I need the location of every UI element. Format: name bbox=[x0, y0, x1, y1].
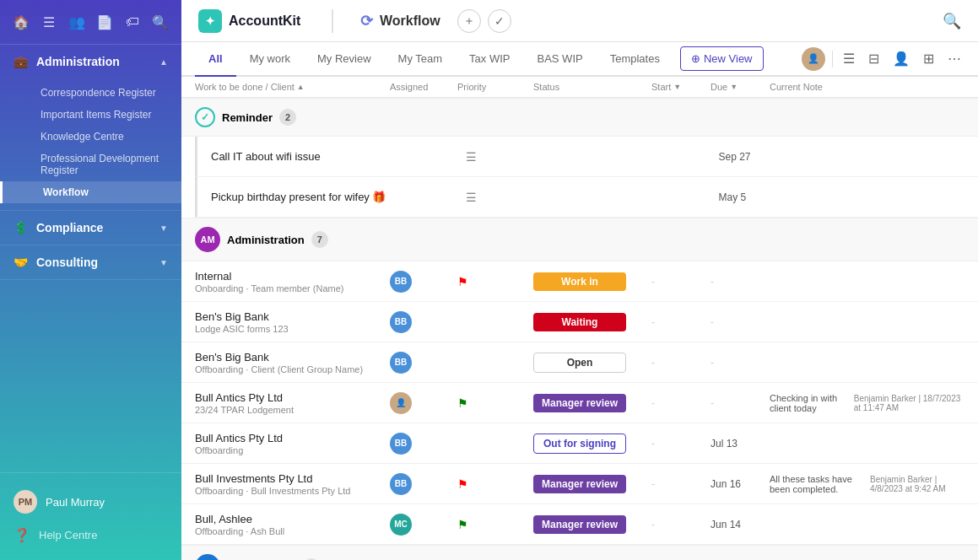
priority-cell: ☰ bbox=[466, 191, 542, 204]
tab-all[interactable]: All bbox=[195, 42, 236, 77]
table-area: Work to be done / Client ▲ Assigned Prio… bbox=[181, 77, 978, 560]
top-header: ✦ AccountKit ⟳ Workflow ＋ ✓ 🔍 bbox=[181, 0, 978, 42]
document-icon[interactable]: 📄 bbox=[93, 10, 116, 34]
help-centre-link[interactable]: ❓ Help Centre bbox=[14, 520, 168, 550]
note-cell: All these tasks have been completed. Ben… bbox=[770, 474, 964, 494]
table-row: Ben's Big Bank Offboarding · Client (Cli… bbox=[181, 342, 978, 383]
work-name: Call IT about wifi issue bbox=[211, 150, 398, 163]
tab-tax-wip[interactable]: Tax WIP bbox=[456, 42, 523, 77]
sidebar-item-workflow[interactable]: Workflow bbox=[0, 181, 181, 203]
people-icon[interactable]: 👥 bbox=[65, 10, 89, 34]
home-icon[interactable]: 🏠 bbox=[9, 10, 33, 34]
search-button[interactable]: 🔍 bbox=[943, 12, 961, 30]
sidebar-section-header-compliance[interactable]: 💲 Compliance ▼ bbox=[0, 211, 181, 245]
tab-my-review[interactable]: My Review bbox=[304, 42, 385, 77]
start-cell: - bbox=[651, 397, 711, 409]
tag-icon[interactable]: 🏷 bbox=[121, 10, 144, 34]
status-badge[interactable]: Out for signing bbox=[533, 433, 626, 454]
handshake-icon: 🤝 bbox=[14, 256, 28, 269]
assignee-avatar: MC bbox=[390, 514, 412, 536]
col-note: Current Note bbox=[770, 82, 964, 92]
list-icon[interactable]: ☰ bbox=[37, 10, 61, 34]
module-title-area: ⟳ Workflow bbox=[343, 12, 440, 30]
status-cell[interactable]: Out for signing bbox=[533, 433, 651, 454]
start-cell: - bbox=[651, 478, 711, 490]
status-badge[interactable]: Manager review bbox=[533, 475, 626, 493]
table-row: Bull Investments Pty Ltd Offboarding · B… bbox=[181, 464, 978, 504]
col-start[interactable]: Start▼ bbox=[651, 82, 711, 92]
start-cell: - bbox=[651, 438, 711, 450]
assignee-cell: BB bbox=[390, 311, 457, 333]
reminder-count: 2 bbox=[279, 109, 296, 126]
tab-my-team[interactable]: My Team bbox=[385, 42, 457, 77]
col-work[interactable]: Work to be done / Client ▲ bbox=[195, 82, 390, 92]
assignee-cell: 👤 bbox=[390, 392, 457, 414]
table-row: Bull Antics Pty Ltd 23/24 TPAR Lodgement… bbox=[181, 383, 978, 423]
check-button[interactable]: ✓ bbox=[488, 9, 511, 33]
status-badge[interactable]: Open bbox=[533, 353, 626, 373]
sidebar-item-professional-dev[interactable]: Professional Development Register bbox=[0, 148, 181, 181]
sidebar-section-consulting: 🤝 Consulting ▼ bbox=[0, 245, 181, 280]
user-avatar: PM bbox=[14, 490, 37, 514]
col-due[interactable]: Due▼ bbox=[711, 82, 770, 92]
start-cell: - bbox=[651, 357, 711, 369]
col-status: Status bbox=[533, 82, 651, 92]
briefcase-icon: 💼 bbox=[14, 55, 28, 68]
group-avatar-administration: AM bbox=[195, 227, 220, 252]
due-cell: - bbox=[711, 357, 770, 369]
start-cell: - bbox=[651, 519, 711, 530]
status-badge[interactable]: Waiting bbox=[533, 313, 626, 331]
assignee-avatar: BB bbox=[390, 352, 412, 374]
sidebar-section-header-administration[interactable]: 💼 Administration ▲ bbox=[0, 45, 181, 78]
group-header-bookkeeping[interactable]: BK Bookkeeping 2 bbox=[181, 545, 978, 560]
due-cell: Jun 14 bbox=[711, 519, 770, 530]
group-header-reminder[interactable]: ✓ Reminder 2 bbox=[181, 98, 978, 137]
work-name: Bull, Ashlee Offboarding · Ash Bull bbox=[195, 513, 390, 536]
chevron-down-icon-2: ▼ bbox=[159, 258, 168, 267]
status-cell[interactable]: Manager review bbox=[533, 515, 651, 534]
workflow-icon: ⟳ bbox=[360, 12, 373, 30]
tab-bas-wip[interactable]: BAS WIP bbox=[524, 42, 597, 77]
dollar-icon: 💲 bbox=[14, 221, 28, 234]
work-name: Bull Antics Pty Ltd Offboarding bbox=[195, 432, 390, 455]
user-profile[interactable]: PM Paul Murray bbox=[14, 483, 168, 520]
reminder-label: Reminder bbox=[222, 111, 273, 124]
status-cell[interactable]: Open bbox=[533, 353, 651, 373]
assignee-cell: BB bbox=[390, 352, 457, 374]
status-cell[interactable]: Manager review bbox=[533, 475, 651, 493]
sidebar-section-compliance: 💲 Compliance ▼ bbox=[0, 211, 181, 245]
priority-cell: ⚑ bbox=[457, 396, 533, 410]
status-badge[interactable]: Work in bbox=[533, 272, 626, 291]
status-cell[interactable]: Waiting bbox=[533, 313, 651, 331]
app-logo: ✦ bbox=[198, 9, 222, 33]
due-cell: May 5 bbox=[719, 191, 778, 203]
group-header-administration[interactable]: AM Administration 7 bbox=[181, 218, 978, 261]
group-label-administration: Administration bbox=[227, 234, 305, 246]
sidebar-item-correspondence-register[interactable]: Correspondence Register bbox=[0, 82, 181, 104]
help-icon: ❓ bbox=[14, 527, 30, 543]
tab-my-work[interactable]: My work bbox=[236, 42, 304, 77]
assignee-cell: BB bbox=[390, 271, 457, 293]
search-icon[interactable]: 🔍 bbox=[149, 10, 172, 34]
sidebar-item-important-items[interactable]: Important Items Register bbox=[0, 104, 181, 126]
due-cell: - bbox=[711, 276, 770, 288]
sidebar-section-header-consulting[interactable]: 🤝 Consulting ▼ bbox=[0, 245, 181, 279]
view-toggle-icon[interactable]: ☰ bbox=[840, 47, 858, 70]
add-button[interactable]: ＋ bbox=[457, 9, 481, 33]
more-options-icon[interactable]: ⋯ bbox=[944, 47, 964, 70]
sidebar-item-knowledge-centre[interactable]: Knowledge Centre bbox=[0, 126, 181, 148]
new-view-button[interactable]: ⊕ New View bbox=[680, 46, 764, 71]
tab-templates[interactable]: Templates bbox=[597, 42, 673, 77]
filter-icon[interactable]: ⊟ bbox=[865, 47, 883, 70]
person-filter-icon[interactable]: 👤 bbox=[889, 47, 913, 70]
columns-icon[interactable]: ⊞ bbox=[920, 47, 937, 70]
status-cell[interactable]: Work in bbox=[533, 272, 651, 291]
status-badge[interactable]: Manager review bbox=[533, 394, 626, 412]
status-cell[interactable]: Manager review bbox=[533, 394, 651, 412]
logo-area: ✦ AccountKit bbox=[198, 9, 333, 33]
sidebar-bottom: PM Paul Murray ❓ Help Centre bbox=[0, 472, 181, 560]
status-badge[interactable]: Manager review bbox=[533, 515, 626, 534]
table-row: Bull Antics Pty Ltd Offboarding BB Out f… bbox=[181, 423, 978, 464]
work-name: Internal Onboarding · Team member (Name) bbox=[195, 270, 390, 293]
start-cell: - bbox=[651, 316, 711, 328]
